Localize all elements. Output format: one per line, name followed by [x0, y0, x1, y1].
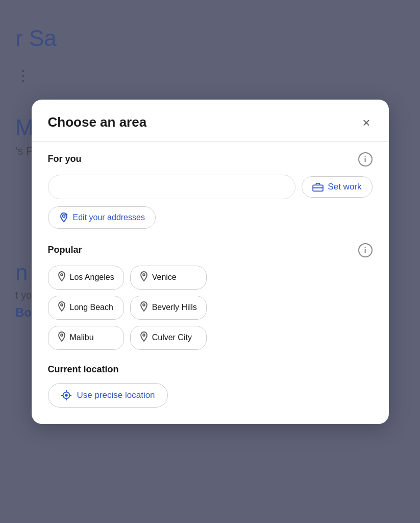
modal-header: Choose an area ×: [32, 100, 389, 141]
svg-point-10: [65, 394, 68, 397]
location-name: Beverly Hills: [152, 303, 197, 312]
pin-icon: [140, 331, 148, 344]
header-divider: [32, 141, 389, 142]
svg-point-6: [143, 304, 145, 306]
pin-icon: [140, 271, 148, 284]
location-chip-los-angeles[interactable]: Los Angeles: [48, 266, 124, 290]
use-precise-location-button[interactable]: Use precise location: [48, 383, 168, 408]
svg-point-4: [143, 274, 145, 276]
edit-addresses-label: Edit your addresses: [73, 213, 145, 222]
location-chip-long-beach[interactable]: Long Beach: [48, 296, 124, 320]
briefcase-icon: [312, 182, 324, 192]
location-chip-malibu[interactable]: Malibu: [48, 326, 124, 350]
svg-point-8: [143, 334, 145, 336]
for-you-title: For you: [48, 154, 82, 164]
current-location-section: Current location Use precise location: [48, 364, 373, 408]
set-work-button[interactable]: Set work: [302, 176, 372, 198]
pin-icon: [140, 301, 148, 314]
choose-area-modal: Choose an area × For you i: [32, 100, 389, 424]
popular-info-icon[interactable]: i: [358, 243, 373, 257]
close-icon: ×: [362, 115, 370, 130]
location-name: Los Angeles: [70, 273, 114, 282]
svg-point-5: [61, 304, 63, 306]
popular-title: Popular: [48, 245, 82, 255]
location-chip-culver-city[interactable]: Culver City: [130, 326, 207, 350]
svg-point-2: [62, 215, 65, 217]
for-you-section-header: For you i: [48, 152, 373, 167]
svg-point-3: [61, 274, 63, 276]
location-name: Malibu: [70, 333, 94, 342]
location-name: Venice: [152, 273, 177, 282]
use-precise-location-label: Use precise location: [77, 390, 155, 400]
location-name: Long Beach: [70, 303, 113, 312]
set-work-label: Set work: [328, 182, 361, 192]
modal-overlay: Choose an area × For you i: [0, 0, 420, 523]
close-button[interactable]: ×: [360, 114, 372, 131]
current-location-title: Current location: [48, 364, 119, 375]
location-input[interactable]: [48, 175, 296, 199]
pin-icon: [58, 331, 66, 344]
svg-point-7: [61, 334, 63, 336]
edit-addresses-button[interactable]: Edit your addresses: [48, 206, 156, 229]
popular-locations-grid: Los Angeles Venice: [48, 266, 373, 350]
pin-icon: [58, 301, 66, 314]
location-name: Culver City: [152, 333, 192, 342]
location-chip-venice[interactable]: Venice: [130, 266, 207, 290]
target-icon: [61, 390, 72, 401]
modal-title: Choose an area: [48, 114, 147, 130]
popular-section-header: Popular i: [48, 243, 373, 257]
for-you-info-icon[interactable]: i: [358, 152, 373, 167]
edit-pin-icon: [59, 212, 69, 223]
current-location-header: Current location: [48, 364, 373, 375]
pin-icon: [58, 271, 66, 284]
location-chip-beverly-hills[interactable]: Beverly Hills: [130, 296, 207, 320]
for-you-row: Set work: [48, 175, 373, 199]
modal-body: For you i Set work: [32, 152, 389, 424]
